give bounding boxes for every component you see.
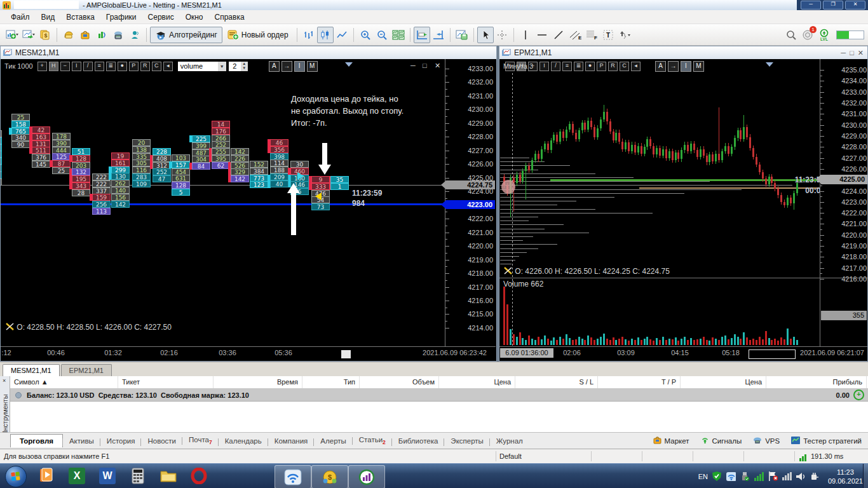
toolbox-tab[interactable]: Статьи2 [353,433,392,448]
horizontal-line-icon[interactable] [534,27,550,43]
show-desktop-button[interactable] [863,464,868,488]
chart-maximize-icon[interactable]: □ [850,49,854,57]
menu-item[interactable]: Сервис [142,11,180,23]
column-header[interactable]: Прибыль [766,376,867,388]
taskbar-excel-icon[interactable]: X [67,466,86,485]
tray-power-icon[interactable] [810,471,820,481]
menu-item[interactable]: Графики [100,11,142,23]
toolbox-tab[interactable]: Компания [268,435,315,447]
market-icon[interactable] [77,27,93,43]
column-header[interactable]: Тикет [118,376,214,388]
toolbox-service-button[interactable]: Маркет [653,436,689,445]
candles-chart-icon[interactable] [317,27,334,43]
menu-item[interactable]: Вставка [60,11,100,23]
minimize-button[interactable]: ─ [801,1,821,10]
toolbox-service-button[interactable]: VPS [753,436,780,445]
toolbox-service-button[interactable]: Сигналы [701,436,742,445]
column-header[interactable]: Время [214,376,302,388]
taskbar-word-icon[interactable]: W [98,466,117,485]
toolbox-tab[interactable]: Журнал [490,435,529,447]
tray-signal-icon[interactable] [782,471,792,481]
chart-close-icon[interactable]: ✕ [858,49,864,57]
toolbox-service-button[interactable]: Тестер стратегий [791,437,862,445]
new-order-button[interactable]: Новый ордер [222,27,294,43]
toolbox-close-icon[interactable]: × [3,377,6,384]
chart-shift-icon[interactable] [430,27,447,43]
bars-chart-icon[interactable] [301,27,317,43]
lvl-connection-icon[interactable]: LVL [816,27,832,43]
text-label-icon[interactable]: T [600,27,616,43]
tray-wifi-icon[interactable] [726,471,736,481]
tile-windows-icon[interactable] [390,27,407,43]
new-order-plus-icon[interactable]: + [853,390,864,400]
tray-security-shield-icon[interactable] [712,471,722,481]
chart-window-title-epm21[interactable]: EPM21,M1 ─ □ ✕ [499,46,867,60]
menu-item[interactable]: Справка [209,11,250,23]
zoom-in-icon[interactable] [357,27,374,43]
column-header[interactable]: Цена [681,376,766,388]
column-header[interactable]: Символ ▲ [10,376,118,388]
chart-tab[interactable]: MESM21,M1 [3,364,60,376]
algotrading-button[interactable]: Алготрейдинг [150,27,222,43]
toolbox-tab[interactable]: Торговля [10,434,63,447]
tray-volume-icon[interactable] [796,471,806,481]
tray-clock[interactable]: 11:23 09.06.2021 [828,468,863,485]
tray-usb-icon[interactable] [740,471,750,481]
crosshair-icon[interactable] [494,27,510,43]
taskbar-explorer-icon[interactable] [159,466,178,485]
column-header[interactable]: Тип [302,376,360,388]
status-profile[interactable]: Default [499,452,522,460]
line-chart-icon[interactable] [334,27,350,43]
toolbox-tab[interactable]: Эксперты [444,435,489,447]
toolbox-tab[interactable]: Почта7 [182,433,219,448]
auto-scroll-icon[interactable] [414,27,430,43]
chart-tab[interactable]: EPM21,M1 [61,364,112,376]
taskbar-calculator-icon[interactable] [128,466,147,485]
market-watch-symbols-icon[interactable]: $ [37,27,53,43]
chat-community-icon[interactable] [126,27,143,43]
taskbar-wifi-app-button[interactable] [275,465,311,488]
save-template-icon[interactable] [454,27,470,43]
chart-minimize-icon[interactable]: ─ [841,49,846,57]
arrows-objects-icon[interactable] [616,27,633,43]
notifications-icon[interactable]: 1 [799,27,816,43]
equidistant-channel-icon[interactable]: E [567,27,583,43]
toolbox-tab[interactable]: Новости [141,435,182,447]
chart-profiles-icon[interactable] [20,27,37,43]
vps-icon[interactable] [110,27,126,43]
taskbar-analytics-button[interactable] [348,465,385,488]
taskbar-opera-icon[interactable] [189,466,208,485]
column-header[interactable]: Объем [360,376,439,388]
toolbox-tab[interactable]: Активы [63,435,100,447]
vertical-line-icon[interactable] [517,27,534,43]
tray-network-icon[interactable] [754,471,764,481]
cursor-icon[interactable] [477,27,494,43]
close-button[interactable]: ✕ [845,1,865,10]
taskbar-media-player-icon[interactable] [37,466,56,485]
algotrading-cap-icon [155,30,166,40]
trend-line-icon[interactable] [550,27,567,43]
menu-item[interactable]: Файл [5,11,36,23]
menu-item[interactable]: Вид [36,11,61,23]
search-icon[interactable] [783,27,799,43]
toolbox-tab[interactable]: Календарь [219,435,268,447]
history-center-icon[interactable] [60,27,77,43]
new-chart-icon[interactable] [4,27,20,43]
toolbox-tab[interactable]: История [100,435,142,447]
fibonacci-icon[interactable]: F [583,27,600,43]
signals-icon[interactable] [93,27,110,43]
tray-language[interactable]: EN [698,473,708,480]
column-header[interactable]: T / P [598,376,681,388]
column-header[interactable]: Цена [439,376,515,388]
chart-window-title-mesm21[interactable]: MESM21,M1 [1,46,496,60]
taskbar-metatrader-button[interactable]: $ [311,465,348,488]
tray-action-center-flag-icon[interactable] [768,471,778,481]
menu-item[interactable]: Окно [180,11,209,23]
toolbox-tab[interactable]: Алерты [314,435,352,447]
restore-button[interactable]: ❐ [823,1,843,10]
column-header[interactable]: S / L [515,376,598,388]
balance-text: Баланс: 123.10 USD Средства: 123.10 Своб… [27,391,249,399]
toolbox-tab[interactable]: Библиотека [392,435,445,447]
zoom-out-icon[interactable] [374,27,390,43]
start-button[interactable] [5,466,27,487]
